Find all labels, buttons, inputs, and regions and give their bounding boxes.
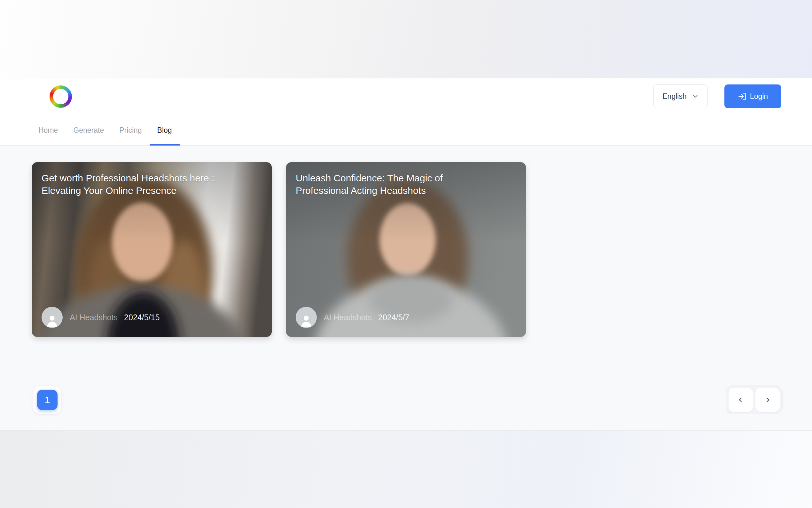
main-nav: Home Generate Pricing Blog bbox=[31, 116, 180, 145]
chevron-right-icon bbox=[764, 396, 771, 404]
nav-item-blog[interactable]: Blog bbox=[150, 116, 180, 145]
post-date: 2024/5/15 bbox=[124, 313, 159, 322]
page-pill: 1 bbox=[33, 385, 62, 414]
person-icon bbox=[45, 313, 59, 328]
nav-item-pricing[interactable]: Pricing bbox=[111, 116, 149, 145]
post-date: 2024/5/7 bbox=[378, 313, 409, 322]
language-selector-label: English bbox=[662, 92, 686, 101]
site-header: English Login Home Generate Pricing Blog bbox=[0, 78, 812, 145]
login-button[interactable]: Login bbox=[724, 84, 781, 108]
pagination: 1 bbox=[0, 385, 812, 414]
rainbow-ring-logo-icon[interactable] bbox=[50, 85, 72, 108]
blog-card[interactable]: Get worth Professional Headshots here : … bbox=[32, 162, 272, 337]
chevron-left-icon bbox=[737, 396, 745, 404]
author-name: AI Headshots bbox=[70, 313, 117, 322]
pagination-arrows bbox=[726, 385, 782, 414]
chevron-down-icon bbox=[692, 93, 699, 100]
header-controls: English Login bbox=[654, 84, 781, 108]
login-icon bbox=[738, 92, 747, 101]
person-icon bbox=[299, 313, 314, 328]
page-1-button[interactable]: 1 bbox=[37, 390, 57, 410]
prev-page-button[interactable] bbox=[728, 388, 753, 412]
login-button-label: Login bbox=[750, 92, 768, 101]
card-meta: AI Headshots 2024/5/7 bbox=[296, 307, 409, 328]
next-page-button[interactable] bbox=[755, 388, 780, 412]
avatar bbox=[296, 307, 317, 328]
nav-item-home[interactable]: Home bbox=[31, 116, 65, 145]
language-selector[interactable]: English bbox=[654, 84, 708, 108]
footer-gradient bbox=[0, 430, 812, 508]
blog-cards-row: Get worth Professional Headshots here : … bbox=[0, 145, 812, 337]
card-title: Get worth Professional Headshots here : … bbox=[42, 172, 233, 197]
card-title: Unleash Confidence: The Magic of Profess… bbox=[296, 172, 487, 197]
avatar bbox=[42, 307, 63, 328]
author-name: AI Headshots bbox=[324, 313, 372, 322]
card-meta: AI Headshots 2024/5/15 bbox=[42, 307, 159, 328]
nav-item-generate[interactable]: Generate bbox=[65, 116, 111, 145]
main-content: Get worth Professional Headshots here : … bbox=[0, 145, 812, 430]
blog-card[interactable]: Unleash Confidence: The Magic of Profess… bbox=[286, 162, 526, 337]
top-banner bbox=[0, 0, 812, 78]
